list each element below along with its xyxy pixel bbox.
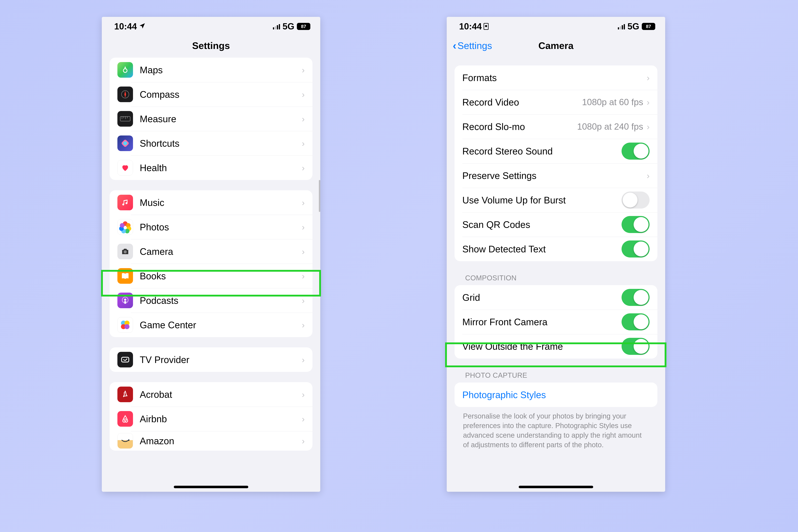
settings-group: Grid Mirror Front Camera View Outside th… [455,285,658,359]
svg-point-0 [124,69,127,73]
row-preserve-settings[interactable]: Preserve Settings › [455,163,658,188]
settings-list[interactable]: Maps › Compass › Measure › [102,58,320,461]
row-amazon[interactable]: Amazon › [110,431,312,451]
game-center-icon [117,317,133,333]
toggle-grid[interactable] [622,289,650,306]
network-label: 5G [283,21,294,32]
chevron-right-icon: › [302,65,305,75]
section-footer-photo-capture: Personalise the look of your photos by b… [463,411,649,450]
page-title: Settings [192,40,230,51]
row-label: Health [140,163,302,173]
row-podcasts[interactable]: Podcasts › [110,288,312,312]
row-game-center[interactable]: Game Center › [110,312,312,337]
row-record-video[interactable]: Record Video 1080p at 60 fps › [455,90,658,114]
chevron-right-icon: › [302,414,305,424]
chevron-right-icon: › [647,73,650,83]
compass-icon [117,87,133,102]
row-label: Formats [462,72,647,83]
chevron-right-icon: › [647,97,650,107]
row-record-stereo: Record Stereo Sound [455,139,658,163]
toggle-volume-burst[interactable] [622,191,650,209]
row-scan-qr: Scan QR Codes [455,212,658,237]
row-label: Preserve Settings [462,170,647,181]
camera-icon [117,244,133,259]
row-label: Music [140,197,302,208]
music-icon [117,195,133,210]
row-measure[interactable]: Measure › [110,107,312,131]
row-airbnb[interactable]: Airbnb › [110,406,312,431]
scroll-indicator [319,180,320,212]
camera-settings-list[interactable]: Formats › Record Video 1080p at 60 fps ›… [447,65,665,460]
health-icon [117,160,133,175]
chevron-right-icon: › [647,171,650,180]
svg-rect-2 [120,116,130,121]
home-indicator[interactable] [519,486,593,488]
row-label: Podcasts [140,295,302,306]
airbnb-icon [117,411,133,427]
settings-group: Photographic Styles [455,382,658,407]
section-header-photo-capture: PHOTO CAPTURE [465,371,658,379]
row-compass[interactable]: Compass › [110,82,312,107]
status-bar: 10:44 5G 87 [447,17,665,36]
chevron-right-icon: › [302,355,305,365]
row-label: Compass [140,89,302,100]
toggle-mirror-front-camera[interactable] [622,314,650,330]
settings-group: TV Provider › [110,347,312,372]
photos-icon [117,219,133,235]
row-volume-burst: Use Volume Up for Burst [455,188,658,212]
row-photographic-styles[interactable]: Photographic Styles [455,382,658,407]
chevron-right-icon: › [302,163,305,173]
back-button[interactable]: ‹ Settings [453,36,492,55]
shortcuts-icon [117,135,133,151]
row-detail: 1080p at 60 fps [582,97,643,107]
row-label: Use Volume Up for Burst [462,195,622,206]
home-indicator[interactable] [174,486,248,488]
chevron-right-icon: › [302,247,305,256]
chevron-right-icon: › [302,114,305,124]
row-camera[interactable]: Camera › [110,239,312,264]
network-label: 5G [627,21,639,32]
settings-group: Formats › Record Video 1080p at 60 fps ›… [455,65,658,261]
row-label: Shortcuts [140,138,302,149]
toggle-record-stereo[interactable] [622,142,650,159]
section-header-composition: COMPOSITION [465,274,658,282]
row-maps[interactable]: Maps › [110,58,312,82]
row-health[interactable]: Health › [110,155,312,180]
row-label: Photographic Styles [462,390,650,400]
row-photos[interactable]: Photos › [110,215,312,239]
chevron-right-icon: › [302,90,305,99]
row-record-slomo[interactable]: Record Slo-mo 1080p at 240 fps › [455,114,658,139]
row-detail: 1080p at 240 fps [577,121,643,132]
row-label: Record Video [462,97,582,108]
row-label: Game Center [140,320,302,330]
svg-point-9 [124,250,127,253]
toggle-detected-text[interactable] [622,241,650,258]
chevron-right-icon: › [302,138,305,148]
row-shortcuts[interactable]: Shortcuts › [110,131,312,155]
acrobat-icon [117,386,133,402]
chevron-right-icon: › [302,222,305,232]
row-formats[interactable]: Formats › [455,65,658,90]
settings-root-screen: 10:44 5G 87 Settings [102,17,320,492]
location-arrow-icon [139,21,146,32]
row-label: Acrobat [140,389,302,400]
row-grid: Grid [455,285,658,310]
status-bar: 10:44 5G 87 [102,17,320,36]
chevron-right-icon: › [647,122,650,132]
toggle-scan-qr[interactable] [622,216,650,233]
svg-point-13 [124,419,126,421]
row-tv-provider[interactable]: TV Provider › [110,347,312,372]
row-music[interactable]: Music › [110,190,312,215]
row-label: Mirror Front Camera [462,317,622,327]
row-label: Books [140,271,302,281]
row-acrobat[interactable]: Acrobat › [110,382,312,406]
svg-rect-12 [122,357,129,362]
row-label: Grid [462,292,622,303]
page-title: Camera [538,40,573,51]
nav-bar: Settings [102,36,320,55]
row-label: Maps [140,64,302,75]
toggle-view-outside-frame[interactable] [622,338,650,355]
status-time: 10:44 [459,21,482,32]
row-books[interactable]: Books › [110,264,312,288]
row-label: Record Stereo Sound [462,146,622,157]
